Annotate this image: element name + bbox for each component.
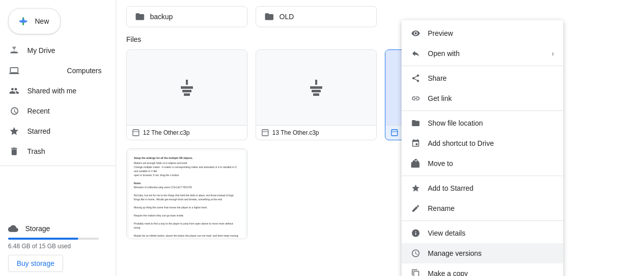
storage-used-text: 6.48 GB of 15 GB used — [8, 243, 108, 250]
menu-divider-4 — [402, 220, 563, 221]
file-footer-2: 13 The Other.c3p — [256, 125, 376, 140]
svg-rect-7 — [391, 130, 398, 136]
file-preview-2 — [256, 50, 376, 125]
menu-divider-3 — [402, 176, 563, 176]
storage-bar-fill — [8, 238, 78, 240]
folder-name: backup — [150, 13, 173, 21]
file-card-4[interactable]: Setup the settings for all the multiple … — [126, 148, 247, 239]
info-icon — [411, 228, 421, 238]
sidebar-item-label: Computers — [67, 67, 102, 75]
file-card-1[interactable]: 12 The Other.c3p — [126, 49, 247, 140]
main-content: backup OLD Files — [116, 0, 644, 276]
open-with-icon — [411, 48, 421, 59]
link-icon — [411, 93, 421, 103]
menu-label-rename: Rename — [428, 204, 554, 212]
menu-item-preview[interactable]: Preview — [402, 23, 563, 43]
cloud-icon — [8, 224, 18, 234]
sidebar-item-label: My Drive — [27, 46, 55, 54]
sidebar-item-label: Starred — [27, 127, 51, 135]
storage-bar-background — [8, 238, 99, 240]
file-preview-1 — [127, 50, 247, 125]
sidebar-item-recent[interactable]: Recent — [0, 101, 110, 121]
menu-label-view-details: View details — [428, 229, 554, 237]
trash-icon — [8, 145, 20, 157]
buy-storage-button[interactable]: Buy storage — [8, 255, 63, 272]
menu-item-show-file-location[interactable]: Show file location — [402, 113, 563, 133]
drive-icon — [8, 44, 20, 57]
sidebar-item-my-drive[interactable]: My Drive — [0, 40, 110, 61]
c3p-icon-1 — [181, 80, 193, 96]
shortcut-icon — [411, 138, 421, 148]
folder-backup[interactable]: backup — [126, 6, 247, 27]
menu-label-preview: Preview — [428, 29, 554, 37]
people-icon — [8, 85, 20, 97]
sidebar-item-computers[interactable]: Computers — [0, 61, 110, 81]
storage-title: Storage — [25, 225, 50, 233]
menu-item-get-link[interactable]: Get link — [402, 88, 563, 108]
versions-icon — [411, 248, 421, 258]
file-name-2: 13 The Other.c3p — [272, 129, 319, 136]
menu-label-add-starred: Add to Starred — [428, 184, 554, 192]
rename-icon — [411, 203, 421, 213]
context-menu: Preview Open with › Share — [402, 20, 563, 276]
file-footer-1: 12 The Other.c3p — [127, 125, 247, 140]
menu-item-make-copy[interactable]: Make a copy — [402, 263, 563, 276]
menu-item-view-details[interactable]: View details — [402, 223, 563, 243]
menu-label-add-shortcut: Add shortcut to Drive — [428, 139, 554, 147]
svg-rect-3 — [133, 130, 139, 136]
menu-label-make-copy: Make a copy — [428, 269, 554, 276]
new-button[interactable]: New — [8, 8, 61, 34]
file-type-icon-1 — [132, 129, 140, 137]
menu-divider-1 — [402, 66, 563, 66]
sidebar-item-label: Recent — [27, 107, 49, 115]
svg-rect-5 — [262, 130, 268, 136]
menu-item-move-to[interactable]: Move to — [402, 153, 563, 174]
storage-label[interactable]: Storage — [8, 224, 108, 234]
folder-location-icon — [411, 118, 421, 128]
menu-label-move-to: Move to — [428, 159, 554, 168]
menu-item-add-shortcut[interactable]: Add shortcut to Drive — [402, 133, 563, 153]
folder-icon — [264, 12, 274, 22]
folder-old[interactable]: OLD — [256, 6, 377, 27]
star-icon — [8, 125, 20, 137]
sidebar: New My Drive Computers Shared w — [0, 0, 116, 276]
menu-item-add-starred[interactable]: Add to Starred — [402, 178, 563, 198]
menu-item-manage-versions[interactable]: Manage versions — [402, 243, 563, 263]
sidebar-divider — [0, 165, 116, 166]
new-plus-icon — [17, 15, 30, 28]
sidebar-item-label: Shared with me — [27, 87, 76, 95]
star-menu-icon — [411, 183, 421, 193]
menu-item-rename[interactable]: Rename — [402, 198, 563, 218]
menu-item-open-with[interactable]: Open with › — [402, 43, 563, 64]
menu-label-share: Share — [428, 74, 554, 82]
clock-icon — [8, 105, 20, 117]
storage-section: Storage 6.48 GB of 15 GB used Buy storag… — [0, 219, 116, 276]
copy-icon — [411, 268, 421, 276]
menu-label-show-file-location: Show file location — [428, 119, 554, 127]
chevron-right-icon: › — [552, 49, 554, 58]
file-card-2[interactable]: 13 The Other.c3p — [256, 49, 377, 140]
file-name-1: 12 The Other.c3p — [143, 129, 190, 136]
file-type-icon-3 — [390, 129, 399, 137]
move-icon — [411, 158, 421, 169]
sidebar-item-trash[interactable]: Trash — [0, 141, 110, 161]
file-type-icon-2 — [261, 129, 269, 137]
menu-label-get-link: Get link — [428, 94, 554, 102]
doc-thumb: Setup the settings for all the multiple … — [129, 151, 245, 239]
computer-icon — [8, 65, 20, 77]
sidebar-item-starred[interactable]: Starred — [0, 121, 110, 141]
menu-divider-2 — [402, 111, 563, 111]
folder-icon — [135, 12, 145, 22]
sidebar-item-shared[interactable]: Shared with me — [0, 81, 110, 101]
file-preview-4: Setup the settings for all the multiple … — [127, 149, 247, 239]
menu-label-open-with: Open with — [428, 49, 544, 58]
c3p-icon-2 — [310, 80, 322, 96]
share-icon — [411, 73, 421, 83]
folder-name: OLD — [279, 13, 294, 21]
new-button-label: New — [35, 17, 49, 25]
eye-icon — [411, 28, 421, 38]
menu-label-manage-versions: Manage versions — [428, 249, 554, 257]
menu-item-share[interactable]: Share — [402, 68, 563, 88]
sidebar-item-label: Trash — [27, 147, 45, 155]
